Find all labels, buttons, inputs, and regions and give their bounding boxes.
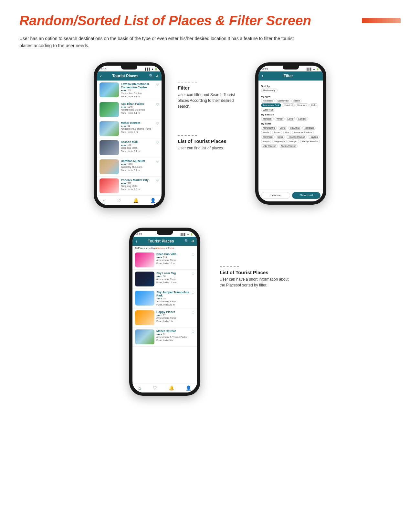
place-category: Amusement Parks — [156, 259, 190, 262]
list-item[interactable]: Sky Jumper Trampoline Park ●●●● 55 Amuse… — [132, 289, 197, 308]
filter-tag[interactable]: Spring — [286, 117, 296, 121]
annotation-line-list2 — [220, 266, 239, 267]
heart-icon[interactable]: ♡ — [192, 272, 194, 276]
back-button-1[interactable]: ‹ — [100, 73, 102, 79]
list-item[interactable]: Darshan Museum ●●●● 1216 Speciality Muse… — [97, 157, 162, 177]
filter-tag[interactable]: Gujrat — [278, 126, 288, 130]
heart-icon[interactable]: ♡ — [156, 141, 159, 145]
filter-tag[interactable]: Summer — [296, 117, 308, 121]
place-name: Meher Retreat — [121, 121, 154, 124]
filter-tag[interactable]: Resort — [291, 99, 301, 102]
list-item[interactable]: Season Mall ●●●● 180 Shopping Malls Pune… — [97, 138, 162, 157]
place-category: Amusement Parks — [156, 317, 190, 319]
nav-bell-3[interactable]: 🔔 — [169, 385, 174, 391]
filter-tag[interactable]: Amusement Park — [261, 103, 281, 107]
place-list-3: Sneh Fun Villa ●●●● 214 Amusement Parks … — [132, 251, 197, 383]
place-location: Pune, India 10 mi — [156, 262, 190, 265]
filter-tag[interactable]: Historical — [282, 103, 295, 107]
phone-3-screen: 6:15 ▌▌▌ ▲ 🔋 ‹ Tourist Places 🔍 ⊿ 26 — [132, 231, 197, 392]
list-item[interactable]: Aga Khan Palace ●●●● 1245 Architectural … — [97, 100, 162, 119]
time-1: 6:15 — [101, 68, 107, 71]
place-thumbnail — [100, 140, 119, 155]
app-header-3: ‹ Tourist Places 🔍 ⊿ — [132, 237, 197, 246]
search-icon-1[interactable]: 🔍 — [149, 74, 153, 78]
filter-tag[interactable]: Arunachal Pradesh — [292, 131, 314, 134]
filter-tag[interactable]: Rajasthan — [288, 126, 301, 130]
nav-heart-1[interactable]: ♡ — [117, 198, 121, 203]
show-result-button[interactable]: Show result — [292, 192, 320, 199]
place-stars: ●●●● 81 — [121, 125, 154, 127]
heart-icon[interactable]: ♡ — [192, 311, 194, 315]
filter-tag[interactable]: Karnataka — [302, 126, 316, 130]
page-title: Random/Sorted List of Places & Filter Sc… — [19, 13, 362, 28]
place-stars: ●●●● 81 — [156, 333, 190, 335]
filter-tag[interactable]: Himachal Pradesh — [286, 135, 307, 139]
heart-icon[interactable]: ♡ — [192, 253, 194, 257]
filter-tag[interactable]: Water Park — [261, 108, 275, 112]
nav-profile-3[interactable]: 👤 — [186, 385, 191, 391]
heart-icon[interactable]: ♡ — [156, 103, 159, 106]
back-button-2[interactable]: ‹ — [262, 73, 263, 79]
filter-tag[interactable]: Kerala — [261, 131, 271, 134]
filter-tag[interactable]: Museums — [296, 103, 309, 107]
nav-home-3[interactable]: ⌂ — [138, 385, 141, 391]
filter-tag[interactable]: Scenic view — [276, 99, 290, 102]
filter-tag[interactable]: Monsoon — [261, 117, 274, 121]
phones-row-2: 6:15 ▌▌▌ ▲ 🔋 ‹ Tourist Places 🔍 ⊿ 26 — [19, 228, 401, 396]
filter-tag[interactable]: Madhya Pradesh — [300, 140, 320, 143]
place-thumbnail — [135, 310, 154, 325]
heart-icon[interactable]: ♡ — [156, 179, 159, 183]
search-icon-3[interactable]: 🔍 — [184, 239, 189, 243]
list-item[interactable]: Lavasa International Convention Centre ●… — [97, 81, 162, 100]
sort-option[interactable]: Best nearby — [261, 89, 278, 92]
filter-tag[interactable]: Goa — [283, 131, 291, 134]
filter-tag[interactable]: Maharashtra — [261, 126, 277, 130]
phone-1-screen: 6:15 ▌▌▌ ▲ 🔋 ‹ Tourist Places 🔍 ⊿ — [97, 66, 162, 205]
place-info: Phoenix Market City ●●●● 320 Shopping Ma… — [121, 178, 154, 191]
place-location: Pune, India 3 hr — [121, 131, 154, 134]
filter-tag[interactable]: Meghalaya — [272, 140, 287, 143]
filter-tag[interactable]: Haryana — [308, 135, 320, 139]
back-button-3[interactable]: ‹ — [136, 239, 137, 244]
heart-icon[interactable]: ♡ — [192, 291, 194, 295]
list-item[interactable]: Sneh Fun Villa ●●●● 214 Amusement Parks … — [132, 251, 197, 270]
place-location: Pune, India 2.1 mi — [121, 150, 154, 153]
filter-tag[interactable]: Uttar Pradesh — [261, 144, 278, 148]
place-stars: ●●●● 180 — [121, 144, 154, 146]
place-thumbnail — [100, 178, 119, 193]
clear-filter-button[interactable]: Clear filter — [261, 192, 290, 199]
list-item[interactable]: Happy Planet ●●●○ 97 Amusement Parks Pun… — [132, 308, 197, 328]
filter-tag[interactable]: Assam — [272, 131, 282, 134]
place-name: Meher Retreat — [156, 329, 190, 333]
list-item[interactable]: Phoenix Market City ●●●● 320 Shopping Ma… — [97, 177, 162, 196]
filter-tag[interactable]: Hill station — [261, 99, 275, 102]
filter-tag[interactable]: Winter — [275, 117, 285, 121]
place-name: Season Mall — [121, 140, 154, 144]
filter-tag[interactable]: Manipur — [288, 140, 299, 143]
filter-tag[interactable]: Punjab — [261, 140, 271, 143]
list-item[interactable]: Meher Retreat ●●●● 81 Amusement & Theme … — [97, 119, 162, 138]
list-item[interactable]: Sky Laser Tag ●●●○ 30 Amusement Parks Pu… — [132, 270, 197, 289]
nav-heart-3[interactable]: ♡ — [153, 385, 157, 391]
nav-home-1[interactable]: ⌂ — [103, 198, 105, 203]
filter-tag[interactable]: Andhra Pradesh — [279, 144, 298, 148]
heart-icon[interactable]: ♡ — [192, 330, 194, 334]
filter-tag[interactable]: Malls — [310, 103, 318, 107]
place-info: Happy Planet ●●●○ 97 Amusement Parks Pun… — [156, 310, 190, 323]
filter-icon-3[interactable]: ⊿ — [191, 239, 194, 243]
filter-icon-1[interactable]: ⊿ — [155, 74, 158, 78]
notch-3 — [157, 231, 173, 235]
nav-profile-1[interactable]: 👤 — [150, 198, 156, 203]
phone-3-frame: 6:15 ▌▌▌ ▲ 🔋 ‹ Tourist Places 🔍 ⊿ 26 — [129, 228, 200, 396]
app-header-title-2: Filter — [284, 74, 293, 78]
filter-tag[interactable]: Tamilnadu — [261, 135, 275, 139]
heart-icon[interactable]: ♡ — [156, 83, 159, 87]
heart-icon[interactable]: ♡ — [156, 160, 159, 164]
list-item[interactable]: Meher Retreat ●●●● 81 Amusement & Theme … — [132, 328, 197, 347]
filter-tag[interactable]: Odisa — [276, 135, 285, 139]
nav-bell-1[interactable]: 🔔 — [133, 198, 139, 203]
heart-icon[interactable]: ♡ — [156, 122, 159, 125]
place-name: Sneh Fun Villa — [156, 252, 190, 256]
place-stars: ●●●○ 97 — [156, 314, 190, 316]
phones-row-1: 6:15 ▌▌▌ ▲ 🔋 ‹ Tourist Places 🔍 ⊿ — [19, 62, 401, 208]
